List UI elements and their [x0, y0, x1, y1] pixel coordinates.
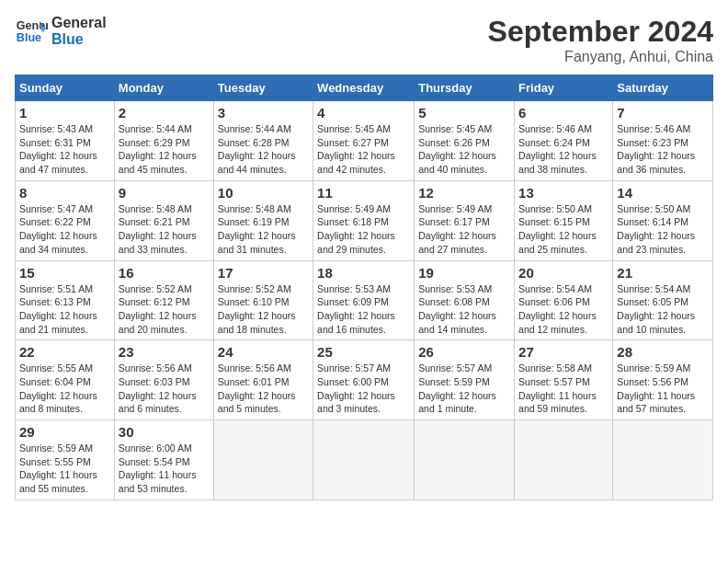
week-row-3: 15 Sunrise: 5:51 AMSunset: 6:13 PMDaylig…: [16, 260, 713, 340]
day-cell-25: 25 Sunrise: 5:57 AMSunset: 6:00 PMDaylig…: [313, 340, 415, 420]
day-info-16: Sunrise: 5:52 AMSunset: 6:12 PMDaylight:…: [119, 282, 210, 337]
logo-general: General: [51, 15, 107, 30]
day-info-28: Sunrise: 5:59 AMSunset: 5:56 PMDaylight:…: [617, 362, 709, 416]
day-info-27: Sunrise: 5:58 AMSunset: 5:57 PMDaylight:…: [518, 362, 609, 416]
day-info-26: Sunrise: 5:57 AMSunset: 5:59 PMDaylight:…: [418, 362, 510, 416]
day-cell-2: 2 Sunrise: 5:44 AMSunset: 6:29 PMDayligh…: [114, 101, 213, 181]
day-info-30: Sunrise: 6:00 AMSunset: 5:54 PMDaylight:…: [119, 442, 210, 496]
day-cell-24: 24 Sunrise: 5:56 AMSunset: 6:01 PMDaylig…: [213, 340, 313, 420]
day-info-1: Sunrise: 5:43 AMSunset: 6:31 PMDaylight:…: [19, 122, 110, 177]
day-info-8: Sunrise: 5:47 AMSunset: 6:22 PMDaylight:…: [19, 202, 110, 257]
day-cell-6: 6 Sunrise: 5:46 AMSunset: 6:24 PMDayligh…: [515, 101, 613, 181]
logo-blue: Blue: [51, 31, 107, 48]
day-number-19: 19: [418, 265, 510, 281]
day-cell-15: 15 Sunrise: 5:51 AMSunset: 6:13 PMDaylig…: [16, 260, 115, 340]
day-number-7: 7: [617, 105, 709, 121]
day-cell-21: 21 Sunrise: 5:54 AMSunset: 6:05 PMDaylig…: [613, 260, 713, 340]
day-info-4: Sunrise: 5:45 AMSunset: 6:27 PMDaylight:…: [317, 122, 410, 177]
header-friday: Friday: [515, 75, 613, 101]
day-cell-9: 9 Sunrise: 5:48 AMSunset: 6:21 PMDayligh…: [114, 180, 213, 260]
day-number-12: 12: [418, 185, 510, 201]
day-cell-19: 19 Sunrise: 5:53 AMSunset: 6:08 PMDaylig…: [415, 260, 515, 340]
day-number-21: 21: [617, 265, 709, 281]
day-info-13: Sunrise: 5:50 AMSunset: 6:15 PMDaylight:…: [518, 202, 609, 257]
day-number-2: 2: [119, 105, 210, 121]
empty-cell-4: [515, 420, 613, 500]
day-number-5: 5: [418, 105, 510, 121]
day-number-17: 17: [218, 265, 309, 281]
day-number-8: 8: [19, 185, 110, 201]
day-info-6: Sunrise: 5:46 AMSunset: 6:24 PMDaylight:…: [518, 122, 609, 177]
day-info-7: Sunrise: 5:46 AMSunset: 6:23 PMDaylight:…: [617, 122, 709, 177]
week-row-2: 8 Sunrise: 5:47 AMSunset: 6:22 PMDayligh…: [16, 180, 713, 260]
day-number-13: 13: [518, 185, 609, 201]
day-number-15: 15: [19, 265, 110, 281]
day-number-27: 27: [518, 344, 609, 360]
day-cell-14: 14 Sunrise: 5:50 AMSunset: 6:14 PMDaylig…: [613, 180, 713, 260]
header-thursday: Thursday: [415, 75, 515, 101]
day-info-17: Sunrise: 5:52 AMSunset: 6:10 PMDaylight:…: [218, 282, 309, 337]
day-cell-5: 5 Sunrise: 5:45 AMSunset: 6:26 PMDayligh…: [415, 101, 515, 181]
day-cell-8: 8 Sunrise: 5:47 AMSunset: 6:22 PMDayligh…: [16, 180, 115, 260]
calendar-table: Sunday Monday Tuesday Wednesday Thursday…: [15, 75, 713, 500]
header-tuesday: Tuesday: [213, 75, 313, 101]
day-number-20: 20: [518, 265, 609, 281]
day-number-25: 25: [317, 344, 410, 360]
week-row-1: 1 Sunrise: 5:43 AMSunset: 6:31 PMDayligh…: [16, 101, 713, 181]
header-monday: Monday: [114, 75, 213, 101]
location: Fanyang, Anhui, China: [488, 49, 713, 65]
day-number-6: 6: [518, 105, 609, 121]
day-cell-22: 22 Sunrise: 5:55 AMSunset: 6:04 PMDaylig…: [16, 340, 115, 420]
day-info-3: Sunrise: 5:44 AMSunset: 6:28 PMDaylight:…: [218, 122, 309, 177]
day-info-24: Sunrise: 5:56 AMSunset: 6:01 PMDaylight:…: [218, 362, 309, 416]
day-cell-11: 11 Sunrise: 5:49 AMSunset: 6:18 PMDaylig…: [313, 180, 415, 260]
title-area: September 2024 Fanyang, Anhui, China: [488, 15, 713, 65]
day-number-26: 26: [418, 344, 510, 360]
logo-icon: General Blue: [15, 15, 48, 48]
day-info-9: Sunrise: 5:48 AMSunset: 6:21 PMDaylight:…: [119, 202, 210, 257]
day-cell-7: 7 Sunrise: 5:46 AMSunset: 6:23 PMDayligh…: [613, 101, 713, 181]
day-number-24: 24: [218, 344, 309, 360]
day-info-20: Sunrise: 5:54 AMSunset: 6:06 PMDaylight:…: [518, 282, 609, 337]
empty-cell-2: [313, 420, 415, 500]
day-info-5: Sunrise: 5:45 AMSunset: 6:26 PMDaylight:…: [418, 122, 510, 177]
day-number-1: 1: [19, 105, 110, 121]
day-number-11: 11: [317, 185, 410, 201]
day-number-29: 29: [19, 424, 110, 440]
day-cell-10: 10 Sunrise: 5:48 AMSunset: 6:19 PMDaylig…: [213, 180, 313, 260]
day-number-4: 4: [317, 105, 410, 121]
day-number-22: 22: [19, 344, 110, 360]
day-info-19: Sunrise: 5:53 AMSunset: 6:08 PMDaylight:…: [418, 282, 510, 337]
day-cell-18: 18 Sunrise: 5:53 AMSunset: 6:09 PMDaylig…: [313, 260, 415, 340]
svg-text:Blue: Blue: [17, 31, 41, 44]
day-info-2: Sunrise: 5:44 AMSunset: 6:29 PMDaylight:…: [119, 122, 210, 177]
header-sunday: Sunday: [16, 75, 115, 101]
week-row-5: 29 Sunrise: 5:59 AMSunset: 5:55 PMDaylig…: [16, 420, 713, 500]
day-number-16: 16: [119, 265, 210, 281]
header-wednesday: Wednesday: [313, 75, 415, 101]
page-header: General Blue General Blue September 2024…: [15, 15, 713, 65]
day-number-10: 10: [218, 185, 309, 201]
day-info-12: Sunrise: 5:49 AMSunset: 6:17 PMDaylight:…: [418, 202, 510, 257]
day-cell-26: 26 Sunrise: 5:57 AMSunset: 5:59 PMDaylig…: [415, 340, 515, 420]
header-saturday: Saturday: [613, 75, 713, 101]
empty-cell-3: [415, 420, 515, 500]
day-cell-1: 1 Sunrise: 5:43 AMSunset: 6:31 PMDayligh…: [16, 101, 115, 181]
day-number-23: 23: [119, 344, 210, 360]
day-info-25: Sunrise: 5:57 AMSunset: 6:00 PMDaylight:…: [317, 362, 410, 416]
empty-cell-1: [213, 420, 313, 500]
day-info-11: Sunrise: 5:49 AMSunset: 6:18 PMDaylight:…: [317, 202, 410, 257]
logo: General Blue General Blue: [15, 15, 107, 48]
day-cell-4: 4 Sunrise: 5:45 AMSunset: 6:27 PMDayligh…: [313, 101, 415, 181]
day-number-3: 3: [218, 105, 309, 121]
day-cell-27: 27 Sunrise: 5:58 AMSunset: 5:57 PMDaylig…: [515, 340, 613, 420]
day-cell-20: 20 Sunrise: 5:54 AMSunset: 6:06 PMDaylig…: [515, 260, 613, 340]
day-info-29: Sunrise: 5:59 AMSunset: 5:55 PMDaylight:…: [19, 442, 110, 496]
day-cell-30: 30 Sunrise: 6:00 AMSunset: 5:54 PMDaylig…: [114, 420, 213, 500]
day-number-9: 9: [119, 185, 210, 201]
day-cell-12: 12 Sunrise: 5:49 AMSunset: 6:17 PMDaylig…: [415, 180, 515, 260]
day-info-18: Sunrise: 5:53 AMSunset: 6:09 PMDaylight:…: [317, 282, 410, 337]
day-info-10: Sunrise: 5:48 AMSunset: 6:19 PMDaylight:…: [218, 202, 309, 257]
weekday-header-row: Sunday Monday Tuesday Wednesday Thursday…: [16, 75, 713, 101]
day-info-15: Sunrise: 5:51 AMSunset: 6:13 PMDaylight:…: [19, 282, 110, 337]
